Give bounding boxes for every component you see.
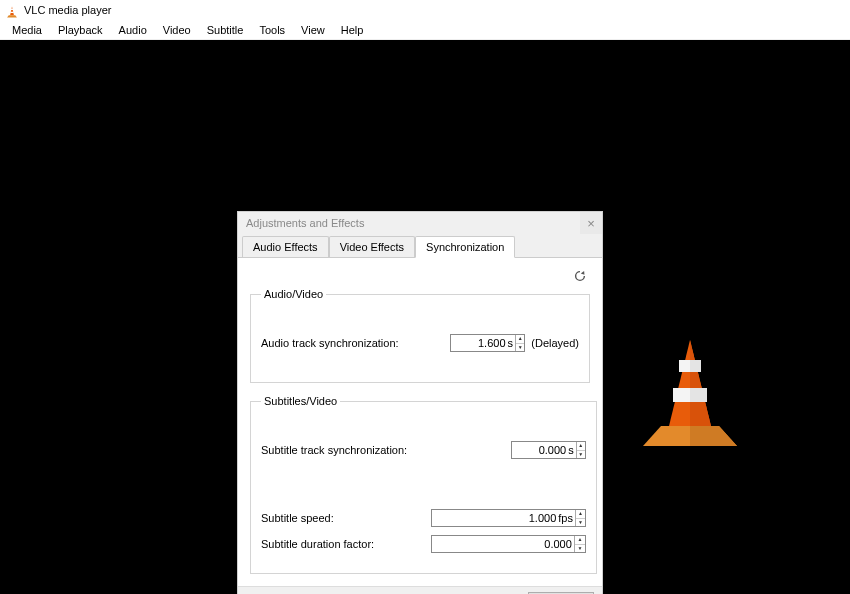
menu-audio[interactable]: Audio [111, 22, 155, 38]
subtitle-track-sync-input[interactable] [512, 444, 568, 456]
svg-marker-0 [10, 7, 14, 16]
menu-playback[interactable]: Playback [50, 22, 111, 38]
synchronization-panel: Audio/Video Audio track synchronization:… [238, 258, 602, 586]
svg-marker-12 [581, 271, 585, 275]
menu-subtitle[interactable]: Subtitle [199, 22, 252, 38]
svg-rect-7 [690, 360, 701, 372]
tab-synchronization[interactable]: Synchronization [415, 236, 515, 258]
window-title: VLC media player [24, 4, 111, 16]
subtitle-track-sync-label: Subtitle track synchronization: [261, 444, 431, 456]
subtitle-track-sync-step-up[interactable]: ▲ [577, 442, 585, 451]
subtitle-track-sync-unit: s [568, 444, 576, 456]
dialog-footer: Close [238, 586, 602, 594]
menu-help[interactable]: Help [333, 22, 372, 38]
subtitle-duration-factor-input[interactable] [432, 538, 574, 550]
refresh-button[interactable] [572, 268, 588, 284]
audio-track-sync-unit: s [508, 337, 516, 349]
subtitle-track-sync-spinbox[interactable]: s ▲ ▼ [511, 441, 586, 459]
window-titlebar: VLC media player [0, 0, 850, 20]
subtitle-speed-spinbox[interactable]: fps ▲ ▼ [431, 509, 586, 527]
audio-track-sync-label: Audio track synchronization: [261, 337, 431, 349]
subtitle-duration-factor-label: Subtitle duration factor: [261, 538, 431, 550]
audio-track-sync-spinbox[interactable]: s ▲ ▼ [450, 334, 525, 352]
subtitle-speed-label: Subtitle speed: [261, 512, 431, 524]
vlc-cone-icon [6, 4, 18, 16]
audio-track-sync-hint: (Delayed) [531, 337, 579, 349]
svg-rect-2 [10, 12, 13, 13]
dialog-title: Adjustments and Effects [246, 217, 364, 229]
svg-marker-11 [690, 426, 737, 446]
subtitles-video-group-label: Subtitles/Video [261, 395, 340, 407]
subtitle-speed-unit: fps [558, 512, 575, 524]
svg-marker-5 [690, 340, 711, 426]
tab-audio-effects[interactable]: Audio Effects [242, 236, 329, 257]
subtitle-duration-factor-step-up[interactable]: ▲ [575, 536, 585, 545]
dialog-titlebar[interactable]: Adjustments and Effects × [238, 212, 602, 234]
refresh-icon [573, 269, 587, 283]
menu-video[interactable]: Video [155, 22, 199, 38]
svg-rect-9 [690, 388, 707, 402]
tab-video-effects[interactable]: Video Effects [329, 236, 415, 257]
menu-view[interactable]: View [293, 22, 333, 38]
close-icon: × [587, 216, 595, 231]
adjustments-effects-dialog: Adjustments and Effects × Audio Effects … [237, 211, 603, 594]
menu-media[interactable]: Media [4, 22, 50, 38]
vlc-logo-large [640, 338, 740, 448]
svg-marker-3 [7, 15, 17, 17]
subtitle-duration-factor-step-down[interactable]: ▼ [575, 545, 585, 553]
subtitle-track-sync-step-down[interactable]: ▼ [577, 451, 585, 459]
audio-video-group-label: Audio/Video [261, 288, 326, 300]
audio-track-sync-input[interactable] [451, 337, 507, 349]
subtitle-speed-input[interactable] [432, 512, 558, 524]
menu-tools[interactable]: Tools [251, 22, 293, 38]
subtitle-speed-step-up[interactable]: ▲ [576, 510, 585, 519]
video-area: Adjustments and Effects × Audio Effects … [0, 40, 850, 594]
audio-track-sync-step-down[interactable]: ▼ [516, 344, 524, 352]
menubar: Media Playback Audio Video Subtitle Tool… [0, 20, 850, 40]
subtitles-video-group: Subtitles/Video Subtitle track synchroni… [250, 395, 597, 574]
audio-track-sync-step-up[interactable]: ▲ [516, 335, 524, 344]
audio-video-group: Audio/Video Audio track synchronization:… [250, 288, 590, 383]
subtitle-speed-step-down[interactable]: ▼ [576, 519, 585, 527]
svg-rect-1 [11, 9, 14, 10]
subtitle-duration-factor-spinbox[interactable]: ▲ ▼ [431, 535, 586, 553]
tabstrip: Audio Effects Video Effects Synchronizat… [238, 234, 602, 258]
dialog-close-button[interactable]: × [580, 212, 602, 234]
